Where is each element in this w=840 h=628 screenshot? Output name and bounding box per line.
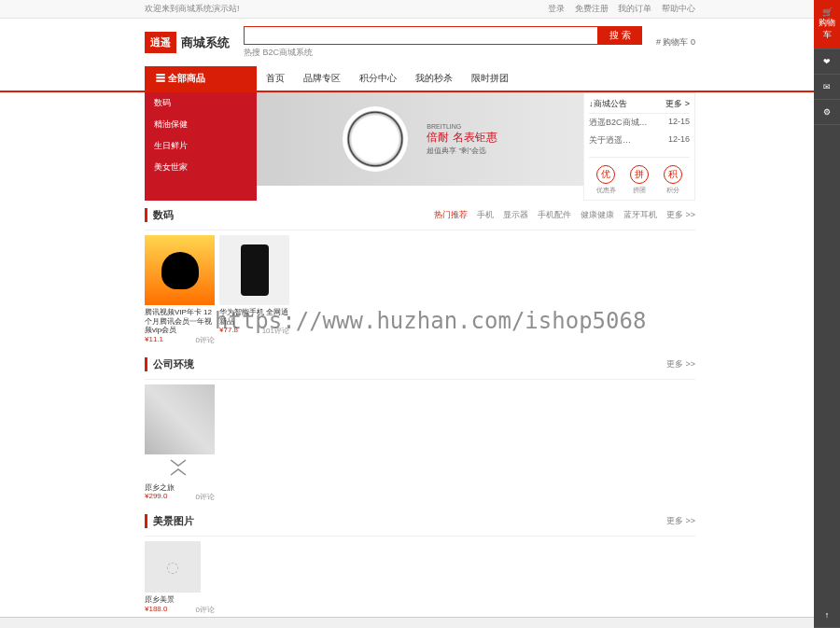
sidebar-item-bouquet[interactable]: 生日鲜片 <box>145 135 257 157</box>
news-item[interactable]: 关于逍遥…12-16 <box>589 132 690 149</box>
sidebar-item-digital[interactable]: 数码 <box>145 92 257 114</box>
hero-banner[interactable]: BREITLING 倍耐 名表钜惠 超值典享 "剩"会选 <box>257 92 583 186</box>
sidebar-item-health[interactable]: 精油保健 <box>145 114 257 135</box>
news-panel: ↓商城公告 更多 > 逍遥B2C商城…12-15 关于逍遥…12-16 优 优惠… <box>583 92 695 201</box>
logo-badge: 逍遥 <box>145 32 176 53</box>
rs-msg[interactable]: ✉ <box>814 75 840 100</box>
login-link[interactable]: 登录 <box>548 4 565 13</box>
header: 逍遥 商城系统 搜 索 热搜 B2C商城系统 # 购物车 0 <box>0 19 840 66</box>
orders-link[interactable]: 我的订单 <box>618 4 651 13</box>
group-icon[interactable]: 拼 <box>630 165 649 184</box>
product-title: 原乡之旅 <box>145 483 215 493</box>
banner-headline: 倍耐 名表钜惠 <box>427 130 497 146</box>
rs-settings[interactable]: ⚙ <box>814 100 840 125</box>
tab-hot[interactable]: 热门推荐 <box>434 209 468 221</box>
nav-category-all[interactable]: ☰ 全部商品 <box>145 66 257 91</box>
product-image <box>145 384 215 454</box>
watch-image <box>343 106 408 172</box>
tab-phone[interactable]: 手机 <box>477 209 494 221</box>
product-card[interactable]: 腾讯视频VIP年卡 12个月腾讯会员一年视频vip会员 ¥11.10评论 <box>145 235 215 345</box>
loading-icon: ◌ <box>145 541 201 593</box>
section-title-env: 公司环境 <box>145 357 194 371</box>
product-eval: 0评论 <box>196 492 215 502</box>
product-price: ¥77.8 <box>219 326 238 336</box>
banner-subhead: 超值典享 "剩"会选 <box>427 146 497 156</box>
welcome-text: 欢迎来到商城系统演示站! <box>145 3 240 15</box>
section-title-digital: 数码 <box>145 208 174 222</box>
banner-brand: BREITLING <box>427 123 497 130</box>
rs-fav[interactable]: ❤ <box>814 49 840 75</box>
product-price: ¥299.0 <box>145 492 167 502</box>
product-title: 腾讯视频VIP年卡 12个月腾讯会员一年视频vip会员 <box>145 308 215 335</box>
section-more[interactable]: 更多 >> <box>666 358 695 370</box>
tab-bluetooth[interactable]: 蓝牙耳机 <box>623 209 657 221</box>
cart-link[interactable]: # 购物车 0 <box>656 36 695 49</box>
product-title: 原乡美景 <box>145 595 215 605</box>
nav-home[interactable]: 首页 <box>257 66 294 91</box>
section-more[interactable]: 更多 >> <box>666 515 695 527</box>
help-link[interactable]: 帮助中心 <box>662 4 695 13</box>
category-sidebar: 数码 精油保健 生日鲜片 美女世家 <box>145 92 257 201</box>
section-more[interactable]: 更多 >> <box>666 209 695 221</box>
nav-points[interactable]: 积分中心 <box>350 66 406 91</box>
news-item[interactable]: 逍遥B2C商城…12-15 <box>589 114 690 132</box>
product-eval: 101评论 <box>262 326 289 336</box>
nav-group[interactable]: 限时拼团 <box>462 66 518 91</box>
search-input[interactable] <box>244 26 598 45</box>
news-more[interactable]: 更多 > <box>665 98 690 110</box>
product-price: ¥11.1 <box>145 335 163 345</box>
rs-top[interactable]: ↑ <box>814 603 840 628</box>
product-price: ¥188.0 <box>145 605 167 615</box>
product-card[interactable]: ◌ 原乡美景 ¥188.00评论 <box>145 541 215 615</box>
news-title: ↓商城公告 <box>589 98 627 110</box>
nav-seckill[interactable]: 我的秒杀 <box>406 66 462 91</box>
product-image <box>241 244 269 296</box>
nav-brand[interactable]: 品牌专区 <box>294 66 350 91</box>
tab-health[interactable]: 健康健康 <box>581 209 614 221</box>
logo-text: 商城系统 <box>181 35 230 51</box>
logo[interactable]: 逍遥 商城系统 <box>145 32 230 53</box>
section-title-scenery: 美景图片 <box>145 514 194 528</box>
product-title: 华为智能手机 全网通 新品 <box>219 308 289 326</box>
hot-words[interactable]: 热搜 B2C商城系统 <box>244 47 642 59</box>
sidebar-item-beauty[interactable]: 美女世家 <box>145 157 257 178</box>
tab-monitor[interactable]: 显示器 <box>503 209 528 221</box>
register-link[interactable]: 免费注册 <box>575 4 609 13</box>
topbar: 欢迎来到商城系统演示站! 登录 免费注册 我的订单 帮助中心 <box>0 0 840 19</box>
tab-accessory[interactable]: 手机配件 <box>538 209 571 221</box>
rs-cart[interactable]: 🛒 购物车 <box>814 0 840 49</box>
product-eval: 0评论 <box>196 335 215 345</box>
points-icon[interactable]: 积 <box>664 165 682 184</box>
search-button[interactable]: 搜 索 <box>598 26 642 45</box>
product-eval: 0评论 <box>196 605 215 615</box>
coupon-icon[interactable]: 优 <box>596 165 615 184</box>
product-card[interactable]: 华为智能手机 全网通 新品 ¥77.8101评论 <box>219 235 289 345</box>
chair-icon <box>167 458 193 477</box>
product-image <box>161 252 199 289</box>
product-card[interactable]: 原乡之旅 ¥299.00评论 <box>145 384 215 503</box>
nav-bar: ☰ 全部商品 首页 品牌专区 积分中心 我的秒杀 限时拼团 <box>0 66 840 92</box>
floating-sidebar: 🛒 购物车 ❤ ✉ ⚙ ↑ <box>814 0 840 628</box>
horizontal-scrollbar[interactable] <box>0 617 814 628</box>
